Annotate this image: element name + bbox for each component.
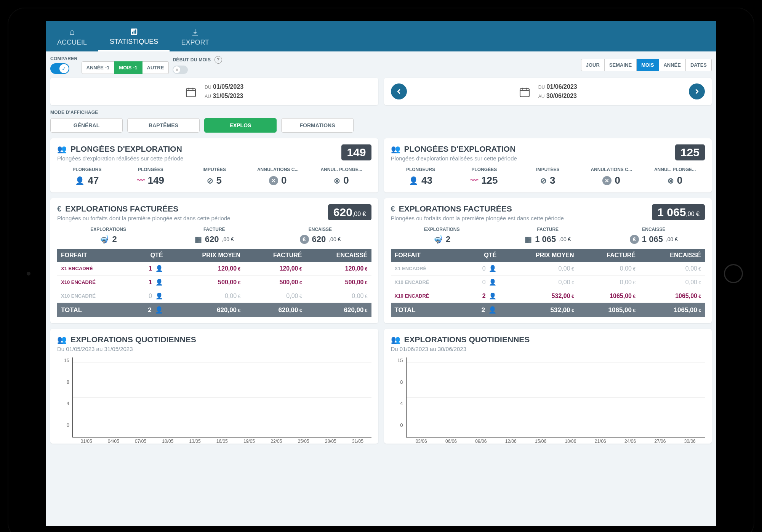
people-icon: 👥 — [391, 335, 400, 344]
top-nav: ⌂ ACCUEIL STATISTIQUES EXPORT — [46, 21, 716, 51]
people-icon: 👥 — [57, 144, 67, 154]
daily-chart-right: 👥EXPLORATIONS QUOTIDIENNES Du 01/06/2023… — [384, 329, 712, 444]
nav-accueil[interactable]: ⌂ ACCUEIL — [46, 21, 98, 51]
compare-mode-group: ANNÉE -1 MOIS -1 AUTRE — [82, 61, 169, 74]
btn-mois[interactable]: MOIS — [637, 59, 659, 71]
svg-rect-5 — [520, 89, 529, 97]
x-circle-icon: ⊗ — [668, 176, 674, 185]
prev-period-button[interactable] — [391, 83, 407, 99]
nav-statistiques[interactable]: STATISTIQUES — [98, 21, 170, 51]
billed-card-right: €EXPLORATIONS FACTURÉES Plongées ou forf… — [384, 198, 712, 323]
next-period-button[interactable] — [689, 83, 705, 99]
mode-explos[interactable]: EXPLOS — [204, 118, 277, 133]
debut-mois-label: DÉBUT DU MOIS ? — [173, 56, 222, 64]
euro-circle-icon: € — [630, 235, 639, 244]
stats-icon — [130, 26, 138, 36]
btn-mois-m1[interactable]: MOIS -1 — [114, 61, 142, 74]
card-subtitle: Plongées d'exploration réalisées sur cet… — [391, 155, 675, 162]
explo-badge: 125 — [675, 144, 705, 160]
nav-label: STATISTIQUES — [110, 38, 158, 46]
table-row: X10 ENCADRÉ 2 👤 532,00 € 1065,00 € 1065,… — [391, 289, 705, 303]
home-icon: ⌂ — [69, 27, 74, 37]
x-icon: ✕ — [173, 66, 180, 73]
mode-baptemes[interactable]: BAPTÊMES — [127, 118, 200, 133]
svg-rect-1 — [132, 32, 133, 34]
table-icon: ▦ — [195, 235, 202, 244]
person-icon: 👤 — [409, 176, 418, 185]
table-row: X1 ENCADRÉ 0 👤 0,00 € 0,00 € 0,00 € — [391, 262, 705, 276]
euro-circle-icon: € — [300, 235, 309, 244]
svg-rect-2 — [133, 30, 134, 34]
mode-general[interactable]: GÉNÉRAL — [50, 118, 123, 133]
table-row: X10 ENCADRÉ 1 👤 500,00 € 500,00 € 500,00… — [57, 276, 371, 289]
table-row: X10 ENCADRÉ 0 👤 0,00 € 0,00 € 0,00 € — [57, 289, 371, 303]
card-subtitle: Plongées d'exploration réalisées sur cet… — [57, 155, 341, 162]
x-circle-icon: ✕ — [602, 176, 612, 185]
check-circle-icon: ⊘ — [540, 176, 547, 185]
nav-export[interactable]: EXPORT — [170, 21, 221, 51]
explo-card-left: 👥PLONGÉES D'EXPLORATION Plongées d'explo… — [50, 138, 378, 192]
table-icon: ▦ — [525, 235, 532, 244]
calendar-icon — [185, 85, 197, 99]
mode-label: MODE D'AFFICHAGE — [50, 110, 712, 115]
table-row: X1 ENCADRÉ 1 👤 120,00 € 120,00 € 120,00 … — [57, 262, 371, 276]
btn-annee[interactable]: ANNÉE — [659, 59, 686, 71]
check-circle-icon: ⊘ — [207, 176, 213, 185]
help-icon[interactable]: ? — [215, 56, 222, 64]
billed-table-left: FORFAIT QTÉ PRIX MOYEN FACTURÉ ENCAISSÉ … — [57, 249, 371, 317]
debut-mois-toggle[interactable]: ✕ — [173, 66, 188, 74]
x-circle-icon: ⊗ — [334, 176, 340, 185]
billed-card-left: €EXPLORATIONS FACTURÉES Plongées ou forf… — [50, 198, 378, 323]
person-icon: 👤 — [75, 176, 85, 185]
btn-annee-m1[interactable]: ANNÉE -1 — [82, 61, 115, 74]
nav-label: EXPORT — [181, 38, 209, 46]
check-icon: ✓ — [59, 64, 69, 73]
explo-card-right: 👥PLONGÉES D'EXPLORATION Plongées d'explo… — [384, 138, 712, 192]
nav-label: ACCUEIL — [57, 38, 87, 46]
date-panel-left: DU 01/05/2023AU 31/05/2023 — [50, 78, 378, 105]
dive-icon: 〰 — [471, 176, 478, 185]
calendar-icon — [519, 85, 531, 99]
diver-icon: 🤿 — [99, 235, 109, 244]
table-row: X10 ENCADRÉ 0 👤 0,00 € 0,00 € 0,00 € — [391, 276, 705, 289]
dive-icon: 〰 — [137, 176, 145, 185]
compare-label: COMPARER — [50, 56, 78, 61]
btn-dates[interactable]: DATES — [686, 59, 712, 71]
x-circle-icon: ✕ — [269, 176, 278, 185]
download-icon — [191, 27, 199, 37]
explo-badge: 149 — [341, 144, 371, 160]
btn-semaine[interactable]: SEMAINE — [605, 59, 637, 71]
euro-icon: € — [57, 205, 61, 213]
svg-rect-4 — [186, 89, 195, 97]
date-panel-right: DU 01/06/2023AU 30/06/2023 — [384, 78, 712, 105]
btn-autre[interactable]: AUTRE — [142, 61, 169, 74]
period-group: JOUR SEMAINE MOIS ANNÉE DATES — [581, 59, 712, 71]
diver-icon: 🤿 — [433, 235, 443, 244]
btn-jour[interactable]: JOUR — [581, 59, 605, 71]
people-icon: 👥 — [57, 335, 67, 344]
mode-formations[interactable]: FORMATIONS — [281, 118, 354, 133]
people-icon: 👥 — [391, 144, 400, 154]
daily-chart-left: 👥EXPLORATIONS QUOTIDIENNES Du 01/05/2023… — [50, 329, 378, 444]
compare-toggle[interactable]: ✓ — [50, 63, 69, 74]
billed-table-right: FORFAIT QTÉ PRIX MOYEN FACTURÉ ENCAISSÉ … — [391, 249, 705, 317]
svg-rect-3 — [135, 30, 136, 34]
euro-icon: € — [391, 205, 395, 213]
